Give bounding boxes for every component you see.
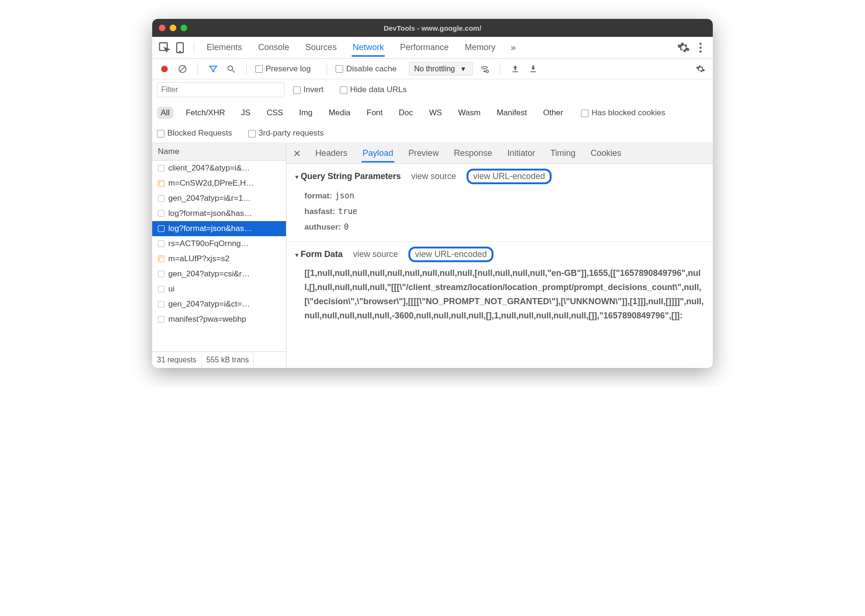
device-toggle-icon[interactable] <box>174 41 187 54</box>
resource-type-filters: All Fetch/XHR JS CSS Img Media Font Doc … <box>157 107 673 119</box>
window-title: DevTools - www.google.com/ <box>152 24 713 32</box>
transferred-size: 555 kB trans <box>202 352 254 368</box>
has-blocked-cookies-checkbox[interactable]: Has blocked cookies <box>581 108 665 118</box>
name-column-header[interactable]: Name <box>152 143 286 161</box>
request-row[interactable]: rs=ACT90oFqOrnng… <box>152 236 286 251</box>
request-name: ui <box>168 284 174 294</box>
tab-elements[interactable]: Elements <box>206 38 243 57</box>
subtab-response[interactable]: Response <box>453 144 493 163</box>
request-row[interactable]: gen_204?atyp=i&r=1… <box>152 191 286 206</box>
disclosure-triangle-icon[interactable]: ▼Query String Parameters <box>294 171 401 181</box>
more-tabs-icon[interactable]: » <box>510 42 516 53</box>
filter-js[interactable]: JS <box>237 107 254 119</box>
tab-console[interactable]: Console <box>257 38 290 57</box>
preserve-log-checkbox[interactable]: Preserve log <box>255 64 311 74</box>
detail-tabs: ✕ Headers Payload Preview Response Initi… <box>286 143 713 164</box>
tab-network[interactable]: Network <box>352 38 385 57</box>
filter-ws[interactable]: WS <box>425 107 446 119</box>
inspect-element-icon[interactable] <box>158 41 171 54</box>
param-key: format: <box>304 191 332 200</box>
view-url-encoded-link[interactable]: view URL-encoded <box>467 169 552 184</box>
svg-point-8 <box>228 66 233 70</box>
throttling-select[interactable]: No throttling ▾ <box>409 62 473 76</box>
filter-media[interactable]: Media <box>325 107 354 119</box>
subtab-payload[interactable]: Payload <box>362 144 394 163</box>
filter-manifest[interactable]: Manifest <box>493 107 531 119</box>
filter-wasm[interactable]: Wasm <box>454 107 484 119</box>
request-row[interactable]: m=aLUfP?xjs=s2 <box>152 251 286 266</box>
request-row[interactable]: gen_204?atyp=i&ct=… <box>152 297 286 312</box>
svg-point-10 <box>484 70 485 72</box>
invert-checkbox[interactable]: Invert <box>293 85 324 94</box>
filter-input[interactable] <box>157 82 285 97</box>
request-name: client_204?&atyp=i&… <box>168 163 250 173</box>
filter-all[interactable]: All <box>157 107 173 119</box>
tab-memory[interactable]: Memory <box>464 38 496 57</box>
param-row: authuser:0 <box>304 219 705 235</box>
svg-rect-13 <box>531 71 536 72</box>
subtab-headers[interactable]: Headers <box>314 144 348 163</box>
request-row[interactable]: gen_204?atyp=csi&r… <box>152 266 286 282</box>
view-source-link[interactable]: view source <box>353 249 398 259</box>
close-detail-icon[interactable]: ✕ <box>293 148 301 159</box>
file-type-icon <box>158 256 164 262</box>
tab-performance[interactable]: Performance <box>399 38 450 57</box>
subtab-preview[interactable]: Preview <box>407 144 440 163</box>
request-row[interactable]: manifest?pwa=webhp <box>152 312 286 327</box>
titlebar: DevTools - www.google.com/ <box>152 19 713 37</box>
svg-point-3 <box>700 43 702 45</box>
file-type-icon <box>158 301 164 308</box>
request-row[interactable]: log?format=json&has… <box>152 221 286 236</box>
request-name: gen_204?atyp=i&r=1… <box>168 194 251 203</box>
panel-settings-icon[interactable] <box>694 62 707 76</box>
param-value: 0 <box>344 222 348 231</box>
download-icon[interactable] <box>527 62 540 76</box>
view-source-link[interactable]: view source <box>411 171 456 181</box>
request-row[interactable]: log?format=json&has… <box>152 206 286 221</box>
third-party-checkbox[interactable]: 3rd-party requests <box>248 128 324 138</box>
file-type-icon <box>158 316 164 323</box>
search-icon[interactable] <box>225 62 238 76</box>
request-row[interactable]: client_204?&atyp=i&… <box>152 161 286 176</box>
filter-css[interactable]: CSS <box>263 107 287 119</box>
blocked-requests-checkbox[interactable]: Blocked Requests <box>157 128 232 138</box>
request-name: manifest?pwa=webhp <box>168 315 246 324</box>
subtab-timing[interactable]: Timing <box>549 144 576 163</box>
main-content: Name client_204?&atyp=i&…m=CnSW2d,DPreE,… <box>152 143 713 368</box>
filter-font[interactable]: Font <box>363 107 387 119</box>
request-name: m=aLUfP?xjs=s2 <box>168 254 229 264</box>
filter-icon[interactable] <box>207 62 220 76</box>
filter-img[interactable]: Img <box>295 107 316 119</box>
network-conditions-icon[interactable] <box>478 62 491 76</box>
disclosure-triangle-icon[interactable]: ▼Form Data <box>294 249 343 259</box>
view-url-encoded-link[interactable]: view URL-encoded <box>408 247 493 262</box>
upload-icon[interactable] <box>509 62 522 76</box>
request-rows: client_204?&atyp=i&…m=CnSW2d,DPreE,H…gen… <box>152 161 286 351</box>
svg-point-5 <box>700 50 702 52</box>
hide-data-urls-checkbox[interactable]: Hide data URLs <box>340 85 407 94</box>
file-type-icon <box>158 240 164 247</box>
request-name: m=CnSW2d,DPreE,H… <box>168 179 254 188</box>
kebab-menu-icon[interactable] <box>694 41 707 54</box>
param-key: authuser: <box>304 222 341 231</box>
svg-line-7 <box>180 67 185 71</box>
filter-doc[interactable]: Doc <box>395 107 417 119</box>
request-row[interactable]: m=CnSW2d,DPreE,H… <box>152 176 286 191</box>
network-toolbar: Preserve log Disable cache No throttling… <box>152 59 713 79</box>
file-type-icon <box>158 225 164 232</box>
request-row[interactable]: ui <box>152 282 286 297</box>
form-data-section: ▼Form Data view source view URL-encoded … <box>294 247 705 323</box>
tab-sources[interactable]: Sources <box>304 38 337 57</box>
filter-other[interactable]: Other <box>539 107 567 119</box>
record-button[interactable] <box>158 62 171 76</box>
subtab-initiator[interactable]: Initiator <box>506 144 536 163</box>
main-tab-bar: Elements Console Sources Network Perform… <box>152 37 713 59</box>
svg-point-4 <box>700 46 702 49</box>
subtab-cookies[interactable]: Cookies <box>590 144 623 163</box>
filter-fetchxhr[interactable]: Fetch/XHR <box>182 107 229 119</box>
clear-button[interactable] <box>176 62 189 76</box>
disable-cache-checkbox[interactable]: Disable cache <box>336 64 397 74</box>
file-type-icon <box>158 210 164 217</box>
status-bar: 31 requests 555 kB trans <box>152 351 286 368</box>
settings-gear-icon[interactable] <box>677 41 690 54</box>
